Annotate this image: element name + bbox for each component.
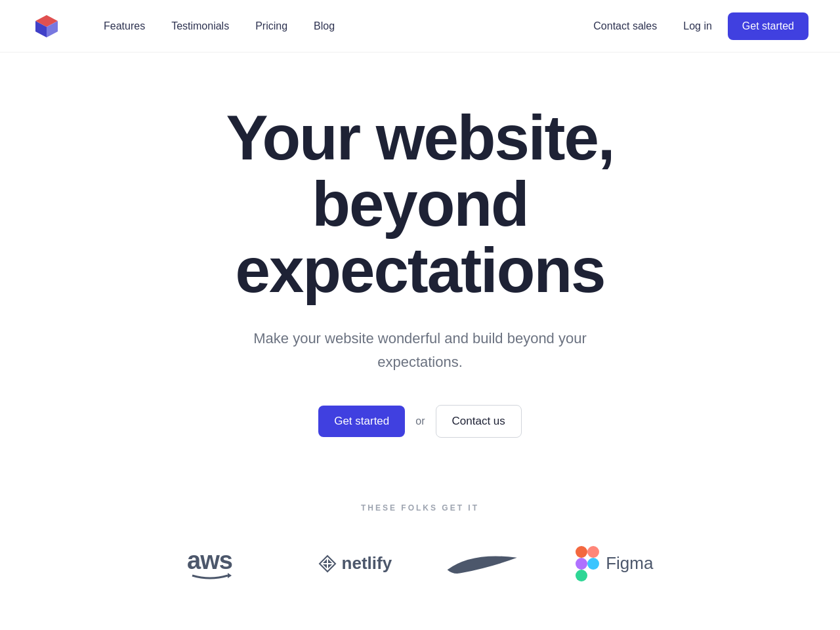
hero-or-text: or [415,415,425,427]
navbar: Features Testimonials Pricing Blog Conta… [0,0,840,52]
hero-title: Your website, beyond expectations [125,105,715,303]
nav-get-started-button[interactable]: Get started [728,12,808,40]
svg-text:aws: aws [187,547,232,574]
svg-rect-14 [576,570,587,581]
logos-section: THESE FOLKS GET IT aws netlify [0,477,840,623]
logos-label: THESE FOLKS GET IT [361,503,479,513]
nav-blog[interactable]: Blog [303,15,345,37]
hero-section: Your website, beyond expectations Make y… [0,52,840,477]
hero-subtitle: Make your website wonderful and build be… [249,327,591,373]
logo[interactable] [32,11,62,41]
aws-logo: aws [187,544,266,583]
hero-contact-us-button[interactable]: Contact us [436,405,522,438]
logos-row: aws netlify [92,544,748,583]
nav-pricing[interactable]: Pricing [245,15,298,37]
nav-contact-sales[interactable]: Contact sales [583,15,667,37]
logo-icon [32,11,62,41]
svg-point-13 [587,558,599,570]
figma-text: Figma [606,553,653,574]
svg-rect-12 [576,558,587,570]
netlify-text: netlify [342,553,392,574]
nike-logo [444,547,523,580]
figma-logo: Figma [576,546,653,581]
netlify-logo: netlify [318,553,392,574]
hero-get-started-button[interactable]: Get started [318,406,405,437]
svg-rect-11 [587,546,599,558]
nav-login[interactable]: Log in [673,15,723,37]
nav-links-left: Features Testimonials Pricing Blog [93,15,583,37]
hero-cta: Get started or Contact us [318,405,522,438]
nav-features[interactable]: Features [93,15,156,37]
svg-rect-10 [576,546,587,558]
nav-testimonials[interactable]: Testimonials [161,15,240,37]
nav-links-right: Contact sales Log in Get started [583,12,808,40]
